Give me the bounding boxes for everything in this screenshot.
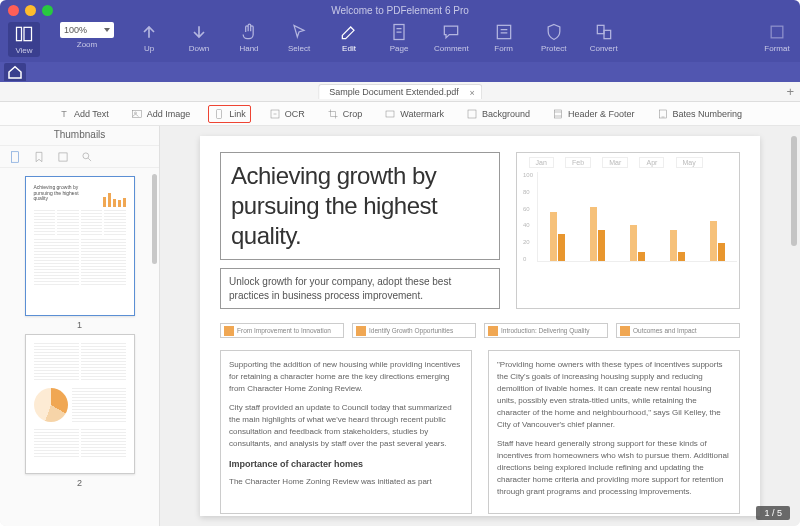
section-badge[interactable]: Outcomes and Impact bbox=[616, 323, 740, 338]
image-icon bbox=[131, 108, 143, 120]
section-badge[interactable]: From Improvement to Innovation bbox=[220, 323, 344, 338]
new-tab-button[interactable]: + bbox=[786, 84, 794, 99]
tool-ocr-label: OCR bbox=[285, 109, 305, 119]
ribbon-down[interactable]: Down bbox=[184, 22, 214, 53]
tool-ocr[interactable]: OCR bbox=[265, 106, 309, 122]
ribbon-page-label: Page bbox=[390, 44, 409, 53]
zoom-select[interactable]: 100% bbox=[60, 22, 114, 38]
col1-p3: The Character Home Zoning Review was ini… bbox=[229, 476, 463, 488]
thumbnail-page-2[interactable] bbox=[25, 334, 135, 474]
svg-rect-9 bbox=[217, 109, 222, 118]
svg-point-17 bbox=[83, 152, 89, 158]
tool-add-text-label: Add Text bbox=[74, 109, 109, 119]
tool-link[interactable]: Link bbox=[208, 105, 251, 123]
sidebar-tab-thumbnails[interactable] bbox=[8, 150, 22, 164]
crop-icon bbox=[327, 108, 339, 120]
page-indicator: 1 / 5 bbox=[756, 506, 790, 520]
ribbon-edit[interactable]: Edit bbox=[334, 22, 364, 53]
header-footer-icon bbox=[552, 108, 564, 120]
sidebar-tab-attachments[interactable] bbox=[56, 150, 70, 164]
chart-container[interactable]: JanFebMarAprMayx 100806040200 bbox=[516, 152, 740, 309]
minimize-window-icon[interactable] bbox=[25, 5, 36, 16]
column-right[interactable]: "Providing home owners with these types … bbox=[488, 350, 740, 514]
ribbon-select[interactable]: Select bbox=[284, 22, 314, 53]
col2-p1: "Providing home owners with these types … bbox=[497, 359, 731, 431]
ribbon-up[interactable]: Up bbox=[134, 22, 164, 53]
edit-icon bbox=[339, 22, 359, 42]
body: Thumbnails Achieving growth by pursuing … bbox=[0, 126, 800, 526]
col1-p2: City staff provided an update to Council… bbox=[229, 402, 463, 450]
page-header-row: Achieving growth by pursuing the highest… bbox=[220, 152, 740, 309]
ribbon-format[interactable]: Format bbox=[762, 22, 792, 53]
hand-icon bbox=[239, 22, 259, 42]
thumbnail-2-number: 2 bbox=[77, 478, 82, 488]
ribbon-hand-label: Hand bbox=[239, 44, 258, 53]
tool-link-label: Link bbox=[229, 109, 246, 119]
view-icon bbox=[14, 24, 34, 44]
text-icon: T bbox=[58, 108, 70, 120]
sidebar: Thumbnails Achieving growth by pursuing … bbox=[0, 126, 160, 526]
thumbnail-1-number: 1 bbox=[77, 320, 82, 330]
svg-rect-1 bbox=[24, 27, 32, 40]
ocr-icon bbox=[269, 108, 281, 120]
doc-subtitle[interactable]: Unlock growth for your company, adopt th… bbox=[220, 268, 500, 309]
thumbnail-1-title: Achieving growth by pursuing the highest… bbox=[34, 185, 89, 202]
tool-crop-label: Crop bbox=[343, 109, 363, 119]
sidebar-tab-search[interactable] bbox=[80, 150, 94, 164]
tool-add-image-label: Add Image bbox=[147, 109, 191, 119]
bar-group bbox=[710, 221, 725, 262]
ribbon-zoom[interactable]: 100% Zoom bbox=[60, 22, 114, 49]
section-badge[interactable]: Introduction: Delivering Quality bbox=[484, 323, 608, 338]
ribbon-form[interactable]: Form bbox=[489, 22, 519, 53]
tool-add-image[interactable]: Add Image bbox=[127, 106, 195, 122]
thumbnail-1-chart bbox=[103, 187, 126, 207]
close-tab-icon[interactable]: × bbox=[470, 88, 475, 98]
canvas-scrollbar[interactable] bbox=[791, 136, 797, 246]
ribbon-view[interactable]: View bbox=[8, 22, 40, 57]
thumbnail-2-row2 bbox=[34, 429, 126, 459]
watermark-icon bbox=[384, 108, 396, 120]
ribbon-zoom-label: Zoom bbox=[77, 40, 97, 49]
tool-header-footer[interactable]: Header & Footer bbox=[548, 106, 639, 122]
doc-title[interactable]: Achieving growth by pursuing the highest… bbox=[220, 152, 500, 260]
ribbon-select-label: Select bbox=[288, 44, 310, 53]
ribbon-convert[interactable]: Convert bbox=[589, 22, 619, 53]
comment-icon bbox=[441, 22, 461, 42]
ribbon-hand[interactable]: Hand bbox=[234, 22, 264, 53]
page-canvas[interactable]: Achieving growth by pursuing the highest… bbox=[160, 126, 800, 526]
chart-bars bbox=[537, 172, 737, 262]
thumbnail-page-1[interactable]: Achieving growth by pursuing the highest… bbox=[25, 176, 135, 316]
chart-month-labels: JanFebMarAprMayx bbox=[523, 157, 737, 168]
sidebar-tab-bookmarks[interactable] bbox=[32, 150, 46, 164]
ribbon-toolbar: View 100% Zoom Up Down Hand Select Edit … bbox=[0, 20, 800, 62]
maximize-window-icon[interactable] bbox=[42, 5, 53, 16]
home-tab[interactable] bbox=[4, 63, 26, 81]
bar-group bbox=[550, 212, 565, 262]
tool-add-text[interactable]: TAdd Text bbox=[54, 106, 113, 122]
thumbnail-1-row bbox=[34, 210, 126, 236]
svg-rect-0 bbox=[17, 27, 22, 40]
tool-background[interactable]: Background bbox=[462, 106, 534, 122]
ribbon-view-label: View bbox=[15, 46, 32, 55]
background-icon bbox=[466, 108, 478, 120]
ribbon-convert-label: Convert bbox=[590, 44, 618, 53]
tool-crop[interactable]: Crop bbox=[323, 106, 367, 122]
arrow-down-icon bbox=[189, 22, 209, 42]
ribbon-page[interactable]: Page bbox=[384, 22, 414, 53]
document-tab[interactable]: Sample Document Extended.pdf × bbox=[318, 84, 482, 99]
sidebar-scrollbar[interactable] bbox=[152, 174, 157, 264]
thumbnail-list: Achieving growth by pursuing the highest… bbox=[0, 168, 159, 526]
svg-rect-7 bbox=[132, 110, 141, 117]
ribbon-comment[interactable]: Comment bbox=[434, 22, 469, 53]
tool-watermark[interactable]: Watermark bbox=[380, 106, 448, 122]
ribbon-protect[interactable]: Protect bbox=[539, 22, 569, 53]
close-window-icon[interactable] bbox=[8, 5, 19, 16]
chart-label: Apr bbox=[639, 157, 664, 168]
pdf-page: Achieving growth by pursuing the highest… bbox=[200, 136, 760, 516]
form-icon bbox=[494, 22, 514, 42]
format-icon bbox=[767, 22, 787, 42]
section-badge[interactable]: Identify Growth Opportunities bbox=[352, 323, 476, 338]
shield-icon bbox=[544, 22, 564, 42]
tool-bates[interactable]: Bates Numbering bbox=[653, 106, 747, 122]
column-left[interactable]: Supporting the addition of new housing w… bbox=[220, 350, 472, 514]
